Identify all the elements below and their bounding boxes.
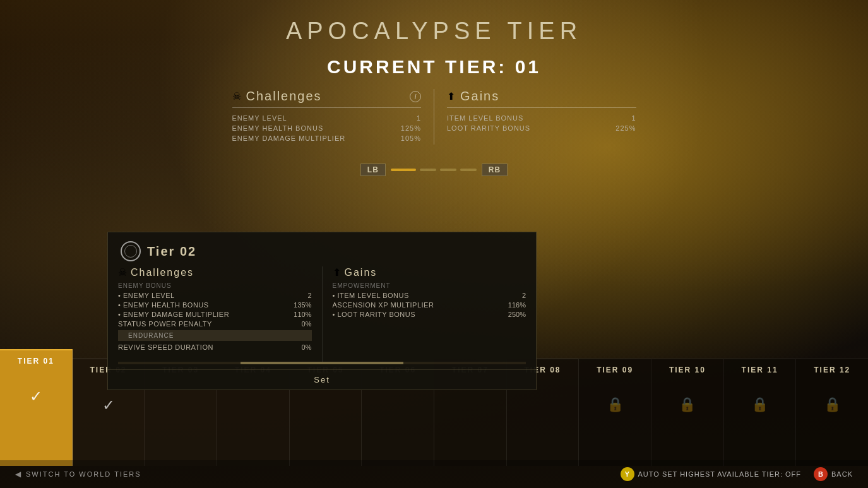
popup-challenge-row-2: ENEMY HEALTH BONUS 135% [118, 301, 312, 309]
lb-button[interactable]: LB [360, 164, 386, 176]
popup-scrollbar[interactable] [118, 362, 526, 364]
popup-scrollbar-thumb [241, 362, 403, 364]
popup-challenges-label: Challenges [131, 267, 194, 278]
tier-tab-1[interactable]: TIER 01 ✓ [0, 349, 73, 466]
tier-tab-9[interactable]: TIER 09 🔒 [579, 359, 651, 466]
switch-world-tiers-label: SWITCH TO WORLD TIERS [26, 470, 141, 478]
gains-label: Gains [460, 89, 499, 104]
y-button[interactable]: Y [621, 467, 634, 481]
gains-header: ⬆ Gains [447, 89, 636, 108]
bottom-bar: ◀ SWITCH TO WORLD TIERS Y AUTO SET HIGHE… [0, 460, 868, 488]
left-arrow-icon: ◀ [15, 470, 21, 479]
page-title: APOCALYPSE TIER [286, 18, 582, 45]
back-button[interactable]: B BACK [814, 467, 853, 481]
popup-challenges-category: ENEMY BONUS [118, 282, 312, 289]
skull-icon: ☠ [232, 90, 241, 102]
back-label: BACK [831, 470, 853, 478]
arrow-up-icon: ⬆ [447, 90, 455, 102]
auto-set-label: AUTO SET HIGHEST AVAILABLE TIER: OFF [638, 470, 802, 478]
popup-challenge-row-4: STATUS POWER PENALTY 0% [118, 320, 312, 328]
popup-gains-category: EMPOWERMENT [333, 282, 526, 289]
popup-gains-col: ⬆ Gains EMPOWERMENT ITEM LEVEL BONUS 2 A… [323, 266, 537, 362]
tier-tab-12[interactable]: TIER 12 🔒 [796, 359, 868, 466]
tier-12-lock-icon: 🔒 [824, 396, 841, 413]
lower-section: Tier 02 ☠ Challenges ENEMY BONUS ENEMY L… [0, 355, 868, 488]
tier-popup: Tier 02 ☠ Challenges ENEMY BONUS ENEMY L… [107, 232, 537, 390]
gain-row-1: ITEM LEVEL BONUS 1 [447, 114, 636, 122]
popup-title: Tier 02 [147, 244, 196, 259]
popup-circle-inner [124, 245, 137, 258]
nav-bar: LB RB [360, 164, 508, 176]
tier-02-check-icon: ✓ [102, 396, 115, 414]
popup-gain-row-2: ASCENSION XP MULTIPLIER 116% [333, 301, 526, 309]
nav-dots [391, 169, 477, 171]
gain-row-2: LOOT RARITY BONUS 225% [447, 124, 636, 132]
popup-gains-label: Gains [345, 267, 378, 278]
tier-09-lock-icon: 🔒 [607, 396, 624, 413]
popup-challenge-row-5: REVIVE SPEED DURATION 0% [118, 343, 312, 351]
popup-endurance-divider: ENDURANCE [118, 330, 312, 341]
nav-dot-3 [440, 169, 456, 171]
tier-10-lock-icon: 🔒 [679, 396, 696, 413]
nav-dot-2 [420, 169, 436, 171]
tier-popup-header: Tier 02 [108, 232, 536, 266]
bottom-right: Y AUTO SET HIGHEST AVAILABLE TIER: OFF B… [621, 467, 853, 481]
tier-09-label: TIER 09 [597, 366, 633, 374]
b-button[interactable]: B [814, 467, 828, 481]
main-container: APOCALYPSE TIER CURRENT TIER: 01 ☠ Chall… [0, 0, 868, 488]
popup-circle [121, 241, 141, 261]
set-button[interactable]: Set [108, 369, 536, 390]
challenges-col: ☠ Challenges i ENEMY LEVEL 1 ENEMY HEALT… [220, 89, 435, 145]
info-button[interactable]: i [410, 91, 421, 102]
rb-button[interactable]: RB [482, 164, 508, 176]
popup-cols: ☠ Challenges ENEMY BONUS ENEMY LEVEL 2 E… [108, 266, 536, 362]
tier-tab-11[interactable]: TIER 11 🔒 [724, 359, 797, 466]
challenges-header: ☠ Challenges i [232, 89, 422, 108]
tier-01-check-icon: ✓ [30, 388, 42, 405]
popup-arrow-icon: ⬆ [333, 266, 341, 278]
popup-gain-row-1: ITEM LEVEL BONUS 2 [333, 292, 526, 299]
challenge-row-3: ENEMY DAMAGE MULTIPLIER 105% [232, 134, 422, 142]
nav-dot-4 [460, 169, 477, 171]
popup-challenge-row-1: ENEMY LEVEL 2 [118, 292, 312, 299]
current-tier-display: CURRENT TIER: 01 [327, 56, 541, 78]
tier-10-label: TIER 10 [669, 366, 706, 374]
gains-col: ⬆ Gains ITEM LEVEL BONUS 1 LOOT RARITY B… [434, 89, 649, 145]
tier-11-label: TIER 11 [742, 366, 778, 374]
auto-set-button[interactable]: Y AUTO SET HIGHEST AVAILABLE TIER: OFF [621, 467, 802, 481]
tier-12-label: TIER 12 [814, 366, 850, 374]
popup-gain-row-3: LOOT RARITY BONUS 250% [333, 311, 526, 318]
challenge-row-2: ENEMY HEALTH BONUS 125% [232, 124, 422, 132]
stats-panel: ☠ Challenges i ENEMY LEVEL 1 ENEMY HEALT… [220, 89, 649, 145]
tier-tab-10[interactable]: TIER 10 🔒 [651, 359, 724, 466]
popup-challenge-row-3: ENEMY DAMAGE MULTIPLIER 110% [118, 311, 312, 318]
nav-dot-active [391, 169, 416, 171]
popup-skull-icon: ☠ [118, 266, 127, 278]
challenges-label: Challenges [246, 89, 322, 104]
tier-11-lock-icon: 🔒 [751, 396, 768, 413]
challenge-row-1: ENEMY LEVEL 1 [232, 114, 422, 122]
bottom-left: ◀ SWITCH TO WORLD TIERS [15, 470, 141, 479]
popup-gains-header: ⬆ Gains [333, 266, 526, 278]
popup-challenges-header: ☠ Challenges [118, 266, 312, 278]
popup-challenges-col: ☠ Challenges ENEMY BONUS ENEMY LEVEL 2 E… [108, 266, 323, 362]
tier-01-label: TIER 01 [18, 357, 54, 366]
